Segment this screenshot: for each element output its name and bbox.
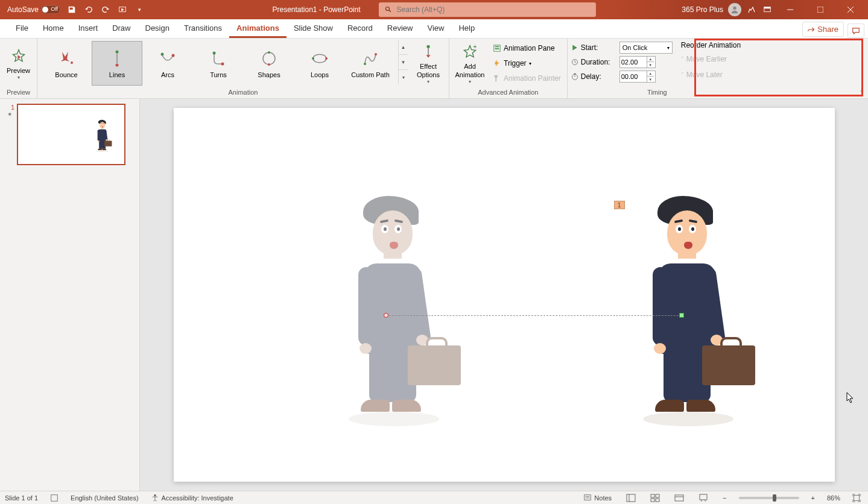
zoom-in-button[interactable]: +: [809, 494, 817, 502]
animation-loops[interactable]: Loops: [294, 41, 345, 86]
spell-check-icon[interactable]: [48, 494, 61, 502]
tab-slide-show[interactable]: Slide Show: [287, 20, 340, 38]
gallery-scroll-down[interactable]: ▼: [399, 55, 408, 70]
start-from-beginning-icon[interactable]: [117, 4, 128, 15]
turns-label: Turns: [210, 71, 227, 78]
user-avatar[interactable]: [728, 3, 741, 16]
duration-up[interactable]: ▲: [647, 57, 654, 62]
qat-customize-icon[interactable]: ▾: [134, 4, 145, 15]
svg-rect-42: [627, 494, 635, 502]
trigger-button[interactable]: Trigger ▾: [490, 56, 563, 71]
svg-line-2: [388, 10, 390, 12]
tab-draw[interactable]: Draw: [105, 20, 138, 38]
tab-home[interactable]: Home: [36, 20, 71, 38]
gallery-scroll-up[interactable]: ▲: [399, 40, 408, 55]
search-box[interactable]: [379, 2, 596, 17]
svg-rect-29: [495, 46, 499, 48]
duration-label: Duration:: [581, 58, 617, 66]
svg-rect-53: [854, 495, 860, 500]
tab-file[interactable]: File: [8, 20, 36, 38]
svg-rect-37: [51, 494, 58, 501]
duration-down[interactable]: ▼: [647, 62, 654, 68]
play-icon: [571, 44, 578, 51]
tab-help[interactable]: Help: [451, 20, 482, 38]
delay-up[interactable]: ▲: [647, 71, 654, 77]
add-animation-button[interactable]: + Add Animation ▾: [453, 40, 487, 87]
duration-input[interactable]: ▲▼: [619, 56, 656, 68]
animation-order-tag[interactable]: 1: [614, 201, 625, 209]
loops-label: Loops: [311, 71, 329, 78]
gallery-expand[interactable]: ▾: [399, 70, 408, 84]
autosave-toggle[interactable]: AutoSave Off: [7, 5, 60, 14]
collapse-ribbon-button[interactable]: ˄: [860, 89, 863, 96]
search-input[interactable]: [397, 5, 590, 14]
zoom-slider[interactable]: [739, 497, 799, 499]
svg-point-18: [263, 52, 275, 65]
duration-value[interactable]: [620, 58, 647, 66]
svg-point-19: [268, 51, 270, 54]
minimize-button[interactable]: [778, 0, 803, 19]
svg-rect-44: [651, 494, 654, 497]
slide-thumbnail-1[interactable]: 1 ✶: [7, 104, 132, 165]
accessibility-button[interactable]: Accessibility: Investigate: [148, 494, 236, 502]
document-title: Presentation1 - PowerPoint: [272, 5, 360, 14]
zoom-percent[interactable]: 86%: [827, 494, 840, 502]
tab-transitions[interactable]: Transitions: [177, 20, 229, 38]
language-indicator[interactable]: English (United States): [71, 494, 139, 502]
slide-edit-area[interactable]: 1: [140, 99, 868, 491]
delay-input[interactable]: ▲▼: [619, 71, 656, 83]
slide-sorter-button[interactable]: [648, 494, 662, 502]
group-label-timing: Timing: [571, 89, 743, 98]
motion-path-line[interactable]: [386, 315, 682, 316]
start-select[interactable]: On Click ▾: [619, 42, 673, 54]
tab-record[interactable]: Record: [340, 20, 380, 38]
animation-lines[interactable]: Lines: [92, 41, 142, 86]
maximize-button[interactable]: [808, 0, 833, 19]
effect-options-button[interactable]: Effect Options ▾: [411, 40, 445, 87]
comments-button[interactable]: [847, 24, 864, 38]
tab-insert[interactable]: Insert: [71, 20, 106, 38]
ribbon-display-icon[interactable]: [762, 4, 773, 15]
bounce-icon: [54, 48, 78, 69]
tab-animations[interactable]: Animations: [229, 20, 287, 38]
duration-icon: [571, 58, 578, 66]
preview-button[interactable]: Preview ▾: [4, 40, 33, 87]
chevron-down-icon: ▾: [667, 45, 670, 51]
loops-icon: [308, 48, 332, 69]
zoom-out-button[interactable]: −: [720, 494, 729, 502]
delay-down[interactable]: ▼: [647, 77, 654, 82]
animation-shapes[interactable]: Shapes: [244, 41, 294, 86]
start-value: On Click: [622, 44, 648, 51]
save-icon[interactable]: [66, 4, 77, 15]
tab-design[interactable]: Design: [138, 20, 177, 38]
gallery-scroll: ▲ ▼ ▾: [398, 40, 408, 84]
tab-view[interactable]: View: [420, 20, 451, 38]
slide-counter[interactable]: Slide 1 of 1: [5, 494, 38, 502]
delay-label: Delay:: [581, 72, 617, 81]
undo-icon[interactable]: [83, 4, 94, 15]
reading-view-button[interactable]: [672, 494, 686, 502]
fit-to-window-button[interactable]: [850, 494, 863, 502]
animation-turns[interactable]: Turns: [193, 41, 244, 86]
svg-point-13: [116, 64, 119, 67]
coming-soon-icon[interactable]: [746, 4, 757, 15]
move-later-label: Move Later: [686, 71, 723, 79]
share-button[interactable]: Share: [802, 22, 844, 37]
path-end-marker[interactable]: [679, 313, 684, 318]
animation-custom-path[interactable]: Custom Path: [345, 41, 396, 86]
animation-pane-button[interactable]: Animation Pane: [490, 41, 563, 55]
effect-options-label: Effect Options: [417, 63, 440, 78]
zoom-thumb[interactable]: [773, 494, 776, 502]
redo-icon[interactable]: [100, 4, 111, 15]
path-start-marker[interactable]: [384, 313, 388, 318]
shape-businessman[interactable]: [637, 192, 733, 421]
animation-bounce[interactable]: Bounce: [41, 41, 92, 86]
notes-button[interactable]: Notes: [581, 494, 614, 502]
tab-review[interactable]: Review: [380, 20, 420, 38]
slide-canvas[interactable]: 1: [174, 108, 835, 482]
slideshow-view-button[interactable]: [696, 494, 711, 502]
normal-view-button[interactable]: [624, 494, 638, 502]
delay-value[interactable]: [620, 73, 647, 80]
close-button[interactable]: [838, 0, 863, 19]
animation-arcs[interactable]: Arcs: [142, 41, 193, 86]
